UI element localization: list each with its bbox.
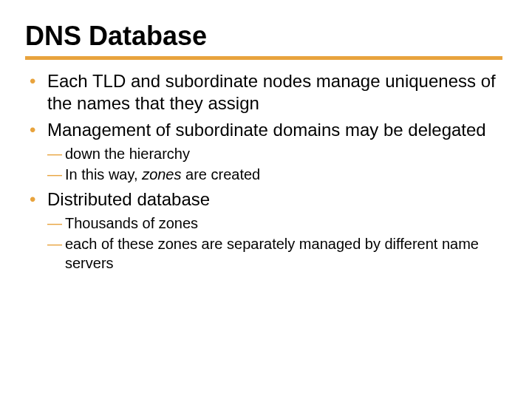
bullet-text: Each TLD and subordinate nodes manage un… [47, 71, 496, 113]
sub-bullet-text-italic: zones [142, 166, 181, 183]
bullet-list: Each TLD and subordinate nodes manage un… [25, 70, 502, 273]
slide-title: DNS Database [25, 21, 502, 60]
sub-bullet-item: In this way, zones are created [47, 165, 502, 184]
sub-bullet-text: are created [182, 166, 261, 183]
bullet-item: Each TLD and subordinate nodes manage un… [25, 70, 502, 115]
slide: DNS Database Each TLD and subordinate no… [0, 0, 532, 399]
bullet-text: Distributed database [47, 189, 210, 209]
sub-bullet-list: Thousands of zones each of these zones a… [47, 214, 502, 273]
bullet-item: Distributed database Thousands of zones … [25, 188, 502, 273]
sub-bullet-text: In this way, [65, 166, 142, 183]
bullet-item: Management of subordinate domains may be… [25, 119, 502, 184]
sub-bullet-item: down the hierarchy [47, 144, 502, 163]
bullet-text: Management of subordinate domains may be… [47, 120, 486, 140]
sub-bullet-text: each of these zones are separately manag… [65, 236, 479, 271]
sub-bullet-text: down the hierarchy [65, 146, 190, 162]
sub-bullet-text: Thousands of zones [65, 215, 198, 231]
sub-bullet-list: down the hierarchy In this way, zones ar… [47, 144, 502, 184]
sub-bullet-item: Thousands of zones [47, 214, 502, 233]
sub-bullet-item: each of these zones are separately manag… [47, 234, 502, 273]
